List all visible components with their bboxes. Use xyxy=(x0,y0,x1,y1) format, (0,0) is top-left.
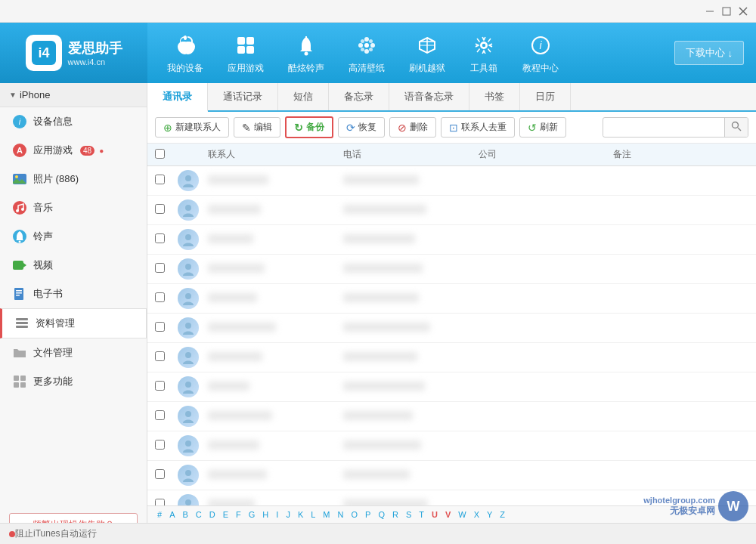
nav-item-tutorials[interactable]: i 教程中心 xyxy=(510,26,571,81)
row-avatar xyxy=(178,170,208,191)
alpha-V[interactable]: V xyxy=(443,509,453,520)
alpha-H[interactable]: H xyxy=(260,509,271,520)
header-name: 联系人 xyxy=(208,148,343,161)
table-row[interactable] xyxy=(147,314,756,343)
brand-site: www.i4.cn xyxy=(68,57,122,66)
svg-point-23 xyxy=(482,43,486,48)
sidebar-label-videos: 视频 xyxy=(33,258,53,272)
close-button[interactable] xyxy=(736,5,750,18)
merge-button[interactable]: ⊡ 联系人去重 xyxy=(441,117,515,138)
avatar xyxy=(178,288,199,309)
alpha-E[interactable]: E xyxy=(221,509,231,520)
alpha-A[interactable]: A xyxy=(167,509,177,520)
alpha-O[interactable]: O xyxy=(349,509,360,520)
alpha-I[interactable]: I xyxy=(274,509,280,520)
tab-contacts-label: 通讯录 xyxy=(163,90,192,104)
new-contact-button[interactable]: ⊕ 新建联系人 xyxy=(155,117,229,138)
tab-call-log[interactable]: 通话记录 xyxy=(208,83,278,110)
logo-area: i4 爱思助手 www.i4.cn xyxy=(0,23,147,83)
nav-item-toolbox[interactable]: 工具箱 xyxy=(457,26,510,81)
minimize-button[interactable] xyxy=(703,5,717,18)
tab-notes[interactable]: 备忘录 xyxy=(329,83,389,110)
alpha-T[interactable]: T xyxy=(417,509,426,520)
svg-marker-38 xyxy=(23,263,26,267)
restore-button[interactable]: ⟳ 恢复 xyxy=(338,117,385,138)
edit-button[interactable]: ✎ 编辑 xyxy=(234,117,280,138)
table-row[interactable] xyxy=(147,431,756,461)
alpha-G[interactable]: G xyxy=(246,509,258,520)
alpha-S[interactable]: S xyxy=(404,509,414,520)
sidebar-item-data-management[interactable]: 资料管理 xyxy=(0,308,147,338)
search-button[interactable] xyxy=(724,118,748,137)
svg-point-52 xyxy=(185,175,191,181)
watermark-logo: W xyxy=(718,491,748,521)
svg-point-11 xyxy=(305,51,308,55)
alpha-Y[interactable]: Y xyxy=(485,509,494,520)
alpha-C[interactable]: C xyxy=(194,509,204,520)
svg-rect-40 xyxy=(16,290,22,292)
download-button[interactable]: 下载中心 ↓ xyxy=(674,41,745,65)
table-row[interactable] xyxy=(147,225,756,255)
maximize-button[interactable] xyxy=(720,5,733,18)
download-label: 下载中心 xyxy=(686,46,725,60)
sidebar-item-device-info[interactable]: i 设备信息 xyxy=(0,107,147,136)
alpha-D[interactable]: D xyxy=(207,509,218,520)
table-row[interactable] xyxy=(147,284,756,314)
table-row[interactable] xyxy=(147,372,756,402)
sidebar-item-photos[interactable]: 照片 (886) xyxy=(0,165,147,193)
tab-bookmarks[interactable]: 书签 xyxy=(469,83,520,110)
logo-text: 爱思助手 www.i4.cn xyxy=(68,39,122,66)
sidebar-item-music[interactable]: 音乐 xyxy=(0,193,147,222)
sidebar-item-ringtones[interactable]: 铃声 xyxy=(0,222,147,251)
avatar xyxy=(178,347,199,368)
alpha-M[interactable]: M xyxy=(321,509,332,520)
alpha-K[interactable]: K xyxy=(296,509,305,520)
refresh-button[interactable]: ↺ 刷新 xyxy=(519,117,566,138)
svg-text:i: i xyxy=(539,39,542,51)
alpha-U[interactable]: U xyxy=(429,509,440,520)
alpha-F[interactable]: F xyxy=(234,509,243,520)
alpha-R[interactable]: R xyxy=(390,509,401,520)
device-name: iPhone xyxy=(20,89,50,100)
table-row[interactable] xyxy=(147,196,756,225)
table-row[interactable] xyxy=(147,402,756,431)
search-input[interactable] xyxy=(603,119,724,136)
nav-item-jailbreak[interactable]: 刷机越狱 xyxy=(397,26,457,81)
info-circle-icon: i xyxy=(12,114,27,129)
select-all-checkbox[interactable] xyxy=(155,149,165,159)
sidebar-label-more: 更多功能 xyxy=(33,375,73,388)
alpha-X[interactable]: X xyxy=(472,509,482,520)
nav-item-apps[interactable]: 应用游戏 xyxy=(215,26,276,81)
nav-item-ringtones[interactable]: 酷炫铃声 xyxy=(276,26,336,81)
tab-voice-memo[interactable]: 语音备忘录 xyxy=(389,83,469,110)
alpha-hash[interactable]: # xyxy=(155,509,164,520)
alpha-J[interactable]: J xyxy=(284,509,293,520)
table-row[interactable] xyxy=(147,166,756,196)
alpha-Q[interactable]: Q xyxy=(376,509,387,520)
alpha-P[interactable]: P xyxy=(363,509,373,520)
alpha-L[interactable]: L xyxy=(308,509,318,520)
delete-button[interactable]: ⊘ 删除 xyxy=(389,117,436,138)
alpha-N[interactable]: N xyxy=(336,509,346,520)
nav-item-wallpapers[interactable]: 高清壁纸 xyxy=(336,26,397,81)
sidebar-item-apps-games[interactable]: A 应用游戏 48 ● xyxy=(0,136,147,165)
sidebar-item-file-management[interactable]: 文件管理 xyxy=(0,338,147,367)
tab-contacts[interactable]: 通讯录 xyxy=(147,83,208,112)
nav-label-apps: 应用游戏 xyxy=(228,62,264,75)
alpha-B[interactable]: B xyxy=(180,509,190,520)
alpha-Z[interactable]: Z xyxy=(497,509,507,520)
sidebar-item-ebooks[interactable]: 电子书 xyxy=(0,280,147,308)
tab-calendar[interactable]: 日历 xyxy=(520,83,571,110)
sidebar-item-videos[interactable]: 视频 xyxy=(0,251,147,280)
table-row[interactable] xyxy=(147,343,756,372)
tab-sms-label: 短信 xyxy=(293,90,313,104)
backup-button[interactable]: ↻ 备份 xyxy=(285,116,333,138)
row-check[interactable] xyxy=(155,175,178,187)
table-row[interactable] xyxy=(147,461,756,490)
alpha-W[interactable]: W xyxy=(456,509,468,520)
nav-item-my-device[interactable]: 我的设备 xyxy=(155,26,215,81)
sidebar-item-more-features[interactable]: 更多功能 xyxy=(0,367,147,396)
table-row[interactable] xyxy=(147,255,756,284)
ringtone-icon xyxy=(12,229,27,244)
tab-sms[interactable]: 短信 xyxy=(278,83,329,110)
